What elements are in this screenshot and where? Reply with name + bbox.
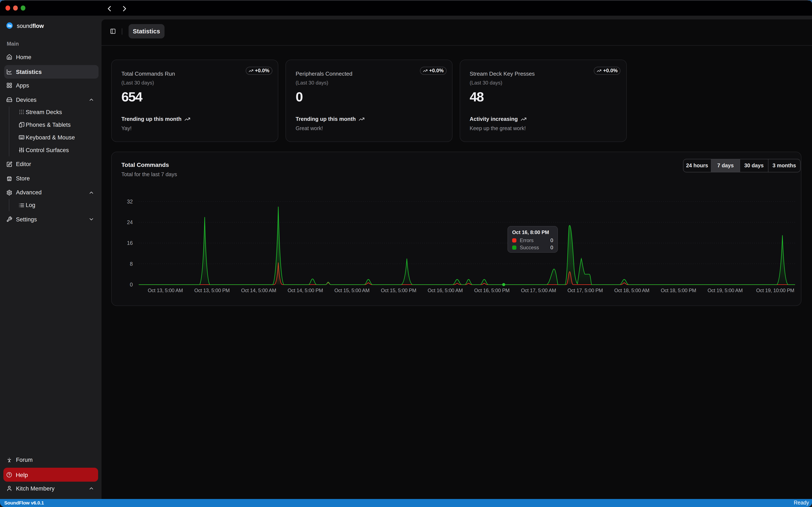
svg-text:Oct 15, 5:00 PM: Oct 15, 5:00 PM [381, 287, 416, 293]
svg-text:Oct 13, 5:00 PM: Oct 13, 5:00 PM [194, 287, 230, 293]
svg-text:16: 16 [127, 240, 133, 246]
svg-text:Oct 14, 5:00 AM: Oct 14, 5:00 AM [241, 287, 276, 293]
svg-text:Oct 18, 5:00 PM: Oct 18, 5:00 PM [661, 287, 696, 293]
svg-text:Oct 14, 5:00 PM: Oct 14, 5:00 PM [288, 287, 323, 293]
svg-text:Oct 16, 5:00 AM: Oct 16, 5:00 AM [427, 287, 463, 293]
svg-text:Oct 17, 5:00 PM: Oct 17, 5:00 PM [567, 287, 603, 293]
svg-text:Oct 18, 5:00 AM: Oct 18, 5:00 AM [614, 287, 649, 293]
svg-text:Oct 19, 10:00 PM: Oct 19, 10:00 PM [756, 287, 794, 293]
svg-text:0: 0 [130, 282, 133, 287]
svg-text:Oct 13, 5:00 AM: Oct 13, 5:00 AM [148, 287, 183, 293]
svg-text:8: 8 [130, 261, 133, 267]
svg-text:32: 32 [127, 199, 133, 204]
svg-text:Oct 19, 5:00 AM: Oct 19, 5:00 AM [708, 287, 743, 293]
svg-text:Oct 16, 5:00 PM: Oct 16, 5:00 PM [474, 287, 509, 293]
svg-text:24: 24 [127, 219, 133, 225]
svg-text:Oct 17, 5:00 AM: Oct 17, 5:00 AM [521, 287, 556, 293]
svg-text:Oct 15, 5:00 AM: Oct 15, 5:00 AM [334, 287, 369, 293]
